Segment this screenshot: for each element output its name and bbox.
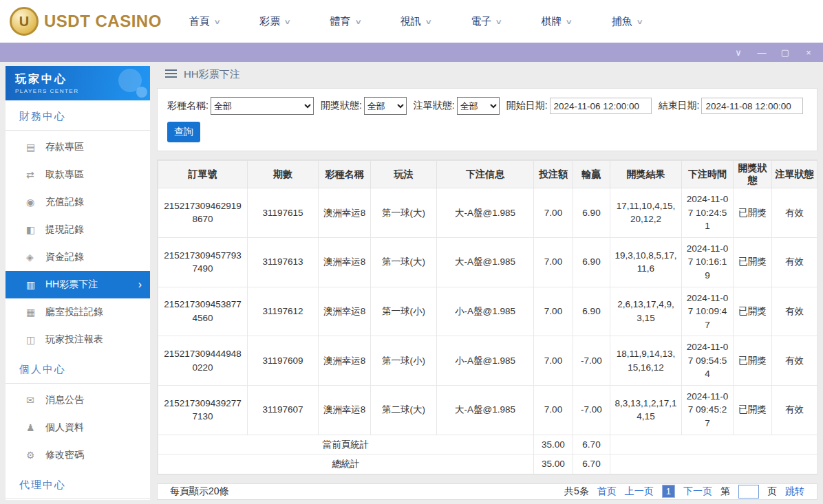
sidebar-item-label: HH彩票下注 (45, 278, 98, 291)
lottery-name-cell: 澳洲幸运8 (319, 287, 371, 336)
lottery-name-cell: 澳洲幸运8 (319, 237, 371, 287)
lottery-name-cell: 澳洲幸运8 (319, 188, 371, 238)
draw-status-cell: 已開獎 (734, 385, 772, 435)
prev-page-link[interactable]: 上一页 (625, 485, 654, 498)
withdraw-icon: ⇄ (26, 169, 45, 180)
table-row: 2152173094538774560 31197612 澳洲幸运8 第一球(小… (158, 287, 817, 336)
nav-label: 首頁 (189, 15, 210, 28)
sidebar-item-deposit[interactable]: ▤ 存款專區 (6, 133, 150, 161)
menu-icon[interactable] (165, 69, 177, 80)
section-heading-finance: 財務中心 (6, 100, 150, 131)
titlebar-chevron-icon[interactable]: ∨ (734, 48, 743, 57)
lottery-name-filter: 彩種名稱: 全部 (167, 97, 314, 115)
filter-panel: 彩種名稱: 全部 開獎狀態: 全部 注單狀態: 全 (157, 88, 817, 151)
sidebar-item-withdraw-record[interactable]: ◧ 提現記錄 (6, 216, 150, 243)
period-cell: 31197613 (248, 237, 319, 287)
order-status-select[interactable]: 全部 (457, 97, 500, 115)
nav-item-sports[interactable]: 體育 ∨ (330, 15, 361, 28)
logo[interactable]: U USDT CASINO (10, 7, 162, 36)
total-count: 共5条 (564, 485, 589, 498)
nav-item-electronic[interactable]: 電子 ∨ (471, 15, 501, 28)
nav-item-fishing[interactable]: 捕魚 ∨ (612, 15, 642, 28)
nav-item-boardgames[interactable]: 棋牌 ∨ (541, 15, 571, 28)
lottery-name-label: 彩種名稱: (167, 100, 209, 112)
decorative-circles (109, 66, 150, 100)
nav-label: 棋牌 (541, 15, 562, 28)
close-icon[interactable]: × (804, 48, 813, 57)
current-page-badge[interactable]: 1 (662, 485, 675, 498)
jump-button[interactable]: 跳转 (785, 485, 804, 498)
page-jump-input[interactable] (738, 485, 759, 498)
draw-status-select[interactable]: 全部 (364, 97, 407, 115)
nav-label: 視訊 (400, 15, 421, 28)
column-header-bet-time: 下注時間 (682, 161, 734, 188)
draw-result-cell: 8,3,13,1,2,17,14,15 (610, 385, 682, 435)
sidebar-item-funds-record[interactable]: ◈ 資金記錄 (6, 243, 150, 271)
sidebar-header: 玩家中心 PLAYERS CENTER (6, 66, 150, 100)
nav-item-video[interactable]: 視訊 ∨ (400, 15, 431, 28)
sidebar-item-label: 提現記錄 (45, 223, 84, 236)
sidebar-item-recharge-record[interactable]: ◉ 充值記錄 (6, 188, 150, 216)
bet-time-cell: 2024-11-07 10:09:47 (682, 287, 734, 336)
lottery-name-cell: 澳洲幸运8 (319, 336, 371, 386)
lottery-bets-icon: ▥ (26, 279, 45, 290)
order-no-cell: 2152173094449480220 (158, 336, 248, 386)
search-button[interactable]: 查詢 (167, 122, 200, 142)
play-type-cell: 第二球(大) (371, 385, 437, 435)
sidebar-item-profile[interactable]: ♟ 個人資料 (6, 414, 150, 441)
start-date-filter: 開始日期: (506, 98, 652, 114)
column-header-draw-status: 開獎狀態 (734, 161, 772, 188)
chevron-down-icon: ∨ (354, 18, 362, 25)
deposit-icon: ▤ (26, 142, 45, 153)
page-summary-win-loss: 6.70 (573, 435, 610, 454)
first-page-link[interactable]: 首页 (597, 485, 617, 498)
order-no-cell: 2152173094538774560 (158, 287, 248, 336)
chevron-down-icon: ∨ (566, 18, 573, 25)
sidebar-item-hh-lottery-bets[interactable]: ▥ HH彩票下注 › (6, 271, 150, 298)
sidebar-item-room-bet-record[interactable]: ▦ 廳室投註記錄 (6, 298, 150, 326)
column-header-win-loss: 輸贏 (573, 161, 610, 188)
gear-icon: ⚙ (26, 450, 45, 461)
bet-info-cell: 大-A盤@1.985 (437, 237, 534, 287)
player-bet-report-icon: ◫ (26, 334, 45, 345)
column-header-period: 期數 (248, 161, 319, 188)
nav-item-home[interactable]: 首頁 ∨ (189, 15, 220, 28)
bet-time-cell: 2024-11-07 09:54:54 (682, 336, 734, 386)
order-status-filter: 注單狀態: 全部 (414, 97, 500, 115)
nav-label: 彩票 (259, 15, 280, 28)
sidebar-item-announcements[interactable]: ✉ 消息公告 (6, 386, 150, 414)
sidebar-item-player-bet-report[interactable]: ◫ 玩家投注報表 (6, 326, 150, 353)
sidebar-item-withdraw[interactable]: ⇄ 取款專區 (6, 161, 150, 188)
jump-prefix-label: 第 (720, 485, 730, 498)
maximize-icon[interactable]: ▢ (780, 48, 790, 57)
top-header: U USDT CASINO 首頁 ∨ 彩票 ∨ 體育 ∨ 視訊 ∨ 電子 ∨ (0, 0, 823, 43)
withdraw-record-icon: ◧ (26, 224, 45, 235)
start-date-label: 開始日期: (506, 100, 548, 112)
recharge-record-icon: ◉ (26, 197, 45, 208)
nav-item-lottery[interactable]: 彩票 ∨ (259, 15, 290, 28)
pagination-bar: 每頁顯示20條 共5条 首页 上一页 1 下一页 第 页 跳转 (157, 483, 817, 500)
order-status-cell: 有效 (772, 336, 817, 386)
bet-amount-cell: 7.00 (534, 385, 573, 435)
bet-time-cell: 2024-11-07 10:16:19 (682, 237, 734, 287)
sidebar-item-change-password[interactable]: ⚙ 修改密碼 (6, 441, 150, 469)
nav-label: 體育 (330, 15, 351, 28)
table-row: 2152173094577937490 31197613 澳洲幸运8 第一球(大… (158, 237, 817, 287)
nav-label: 電子 (471, 15, 491, 28)
end-date-input[interactable] (701, 98, 803, 114)
win-loss-cell: -7.00 (573, 336, 610, 386)
draw-status-cell: 已開獎 (734, 237, 772, 287)
win-loss-cell: -7.00 (573, 385, 610, 435)
chevron-down-icon: ∨ (284, 18, 291, 25)
minimize-icon[interactable]: — (757, 48, 767, 57)
column-header-order-no: 訂單號 (158, 161, 248, 188)
page-summary-empty (610, 435, 817, 454)
pager: 共5条 首页 上一页 1 下一页 第 页 跳转 (564, 485, 804, 498)
start-date-input[interactable] (550, 98, 652, 114)
logo-text: USDT CASINO (44, 12, 162, 31)
table-row: 2152173094629198670 31197615 澳洲幸运8 第一球(大… (158, 188, 817, 238)
lottery-name-select[interactable]: 全部 (211, 97, 314, 115)
play-type-cell: 第一球(大) (371, 188, 437, 238)
next-page-link[interactable]: 下一页 (683, 485, 712, 498)
bets-table: 訂單號 期數 彩種名稱 玩法 下注信息 投注額 輸贏 開獎結果 下注時間 開獎狀… (158, 160, 817, 474)
